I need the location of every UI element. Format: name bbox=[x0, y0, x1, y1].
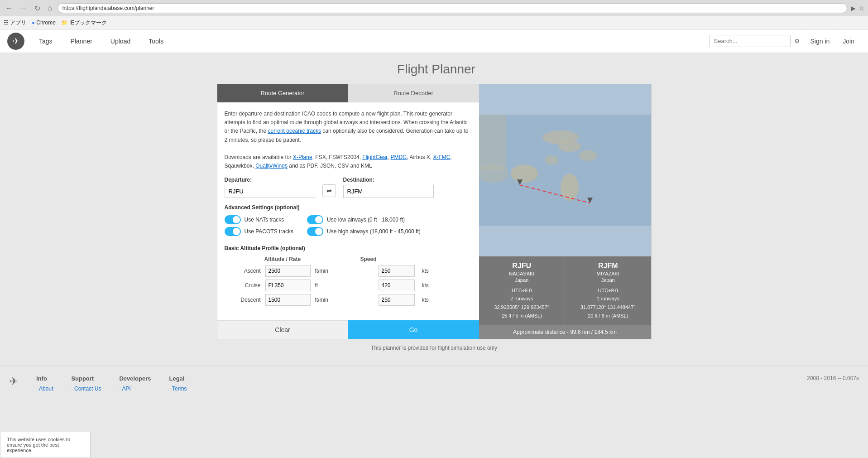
swap-button[interactable]: ⇌ bbox=[322, 184, 336, 197]
toggle-group-right: Use low airways (0 ft - 18,000 ft) Use h… bbox=[307, 215, 421, 239]
bookmarks-bar: ☷ アプリ ● Chrome 📁 IEブックマーク bbox=[0, 16, 868, 29]
svg-point-5 bbox=[561, 174, 579, 201]
destination-group: Destination: bbox=[343, 177, 434, 198]
toggle-high-airways[interactable] bbox=[307, 227, 323, 236]
footer-copyright: 2008 - 2016 -- 0.007s bbox=[807, 375, 859, 381]
departure-utc: UTC+9.0 bbox=[484, 286, 560, 295]
footer-info: Info · About bbox=[36, 375, 53, 392]
bookmark-star-icon[interactable]: ☆ bbox=[858, 5, 864, 12]
clear-button[interactable]: Clear bbox=[217, 320, 348, 339]
page-title: Flight Planner bbox=[0, 62, 868, 77]
flightgear-link[interactable]: FlightGear bbox=[362, 154, 387, 160]
footer-api-link[interactable]: · API bbox=[119, 386, 151, 392]
nav-tools[interactable]: Tools bbox=[139, 29, 173, 53]
advanced-title: Advanced Settings (optional) bbox=[225, 204, 472, 211]
toggle-pacots[interactable] bbox=[225, 227, 241, 236]
altitude-row-0: Ascent ft/min kts bbox=[225, 265, 472, 277]
bookmark-apps-label: アプリ bbox=[10, 19, 26, 27]
footer-support: Support · Contact Us bbox=[71, 375, 101, 392]
destination-input[interactable] bbox=[343, 185, 434, 198]
destination-country: Japan bbox=[571, 277, 646, 283]
alt-row-speed-1[interactable] bbox=[379, 280, 415, 291]
bookmark-ie[interactable]: 📁 IEブックマーク bbox=[61, 19, 107, 27]
browser-icon-group: ▶ ☆ bbox=[851, 5, 864, 12]
airport-info: RJFU NAGASAKI Japan UTC+9.0 2 runways 32… bbox=[479, 256, 651, 326]
footer-dev: Developers · API bbox=[119, 375, 151, 392]
home-button[interactable]: ⌂ bbox=[46, 3, 54, 13]
pmdg-link[interactable]: PMDG bbox=[390, 154, 407, 160]
advanced-settings: Advanced Settings (optional) Use NATs tr… bbox=[225, 204, 472, 239]
alt-col-header: Altitude / Rate bbox=[264, 256, 319, 262]
toggle-group-left: Use NATs tracks Use PACOTS tracks bbox=[225, 215, 293, 239]
bookmark-apps[interactable]: ☷ アプリ bbox=[4, 19, 26, 27]
tab-route-generator[interactable]: Route Generator bbox=[217, 84, 348, 102]
logo-icon: ✈ bbox=[13, 36, 19, 46]
search-input[interactable] bbox=[709, 35, 791, 47]
toggle-low-airways[interactable] bbox=[307, 215, 323, 224]
pacots-link[interactable]: PACOTS bbox=[255, 228, 277, 235]
main-content: Flight Planner Route Generator Route Dec… bbox=[0, 53, 868, 366]
oceanic-tracks-link[interactable]: current oceanic tracks bbox=[268, 128, 321, 134]
svg-point-7 bbox=[579, 150, 597, 161]
destination-elevation: 20 ft / 6 m (AMSL) bbox=[571, 312, 646, 320]
bookmark-chrome[interactable]: ● Chrome bbox=[32, 19, 56, 26]
address-bar[interactable]: https://flightplandatabase.com/planner bbox=[58, 3, 847, 13]
xplane-link[interactable]: X-Plane bbox=[293, 154, 312, 160]
footer-terms-link[interactable]: · Terms bbox=[169, 386, 187, 392]
alt-row-speed-2[interactable] bbox=[379, 294, 415, 306]
toggle-high-airways-row: Use high airways (18,000 ft - 45,000 ft) bbox=[307, 227, 421, 236]
svg-point-6 bbox=[545, 155, 558, 164]
departure-input[interactable] bbox=[225, 185, 315, 198]
back-button[interactable]: ← bbox=[4, 3, 14, 13]
settings-icon[interactable]: ⚙ bbox=[794, 38, 800, 45]
reload-button[interactable]: ↻ bbox=[33, 3, 42, 14]
bookmark-chrome-label: Chrome bbox=[36, 19, 56, 26]
footer-contact-link[interactable]: · Contact Us bbox=[71, 386, 101, 392]
browser-titlebar: ← → ↻ ⌂ https://flightplandatabase.com/p… bbox=[0, 0, 868, 16]
alt-row-value-0[interactable] bbox=[265, 265, 311, 277]
footer-about-link[interactable]: · About bbox=[36, 386, 53, 392]
distance-bar: Approximate distance - 99.6 nm / 184.5 k… bbox=[479, 325, 651, 339]
toggle-high-airways-label: Use high airways (18,000 ft - 45,000 ft) bbox=[327, 228, 421, 235]
alt-row-unit-2: ft/min bbox=[315, 297, 342, 303]
tab-bar: Route Generator Route Decoder bbox=[217, 84, 479, 102]
departure-group: Departure: bbox=[225, 177, 315, 198]
toggle-pacots-label: Use PACOTS tracks bbox=[245, 228, 293, 235]
qualitywings-link[interactable]: QualityWings bbox=[255, 163, 288, 169]
alt-row-speed-0[interactable] bbox=[379, 265, 415, 277]
map-area bbox=[479, 84, 651, 256]
forward-button[interactable]: → bbox=[18, 3, 29, 13]
alt-row-sunit-1: kts bbox=[422, 282, 429, 289]
alt-row-value-1[interactable] bbox=[265, 280, 311, 291]
footer-logo: ✈ bbox=[9, 375, 18, 388]
url-text: https://flightplandatabase.com/planner bbox=[62, 5, 842, 11]
footer-note: This planner is provided for flight simu… bbox=[0, 339, 868, 357]
alt-row-label-1: Cruise bbox=[225, 282, 261, 289]
toggle-nats[interactable] bbox=[225, 215, 241, 224]
browser-chrome: ← → ↻ ⌂ https://flightplandatabase.com/p… bbox=[0, 0, 868, 29]
airports-form-row: Departure: ⇌ Destination: bbox=[225, 177, 472, 198]
nav-upload[interactable]: Upload bbox=[101, 29, 139, 53]
description-text: Enter departure and destination ICAO cod… bbox=[225, 110, 472, 170]
sign-in-button[interactable]: Sign in bbox=[804, 29, 836, 53]
tab-route-decoder[interactable]: Route Decoder bbox=[348, 84, 479, 102]
destination-name: MIYAZAKI bbox=[571, 271, 646, 276]
xfmc-link[interactable]: X-FMC bbox=[433, 154, 450, 160]
action-buttons: Clear Go bbox=[217, 320, 479, 339]
footer-legal-title: Legal bbox=[169, 375, 187, 382]
nats-link[interactable]: NATs bbox=[255, 217, 268, 223]
altitude-section: Basic Altitude Profile (optional) Altitu… bbox=[225, 245, 472, 306]
go-button[interactable]: Go bbox=[348, 320, 479, 339]
footer-info-title: Info bbox=[36, 375, 53, 382]
destination-icao: RJFM bbox=[571, 262, 646, 270]
alt-row-value-2[interactable] bbox=[265, 294, 311, 306]
footer-dev-title: Developers bbox=[119, 375, 151, 382]
nav-tags[interactable]: Tags bbox=[30, 29, 62, 53]
nav-planner[interactable]: Planner bbox=[62, 29, 101, 53]
cast-icon: ▶ bbox=[851, 5, 856, 12]
departure-elevation: 15 ft / 5 m (AMSL) bbox=[484, 312, 560, 320]
join-button[interactable]: Join bbox=[836, 29, 861, 53]
footer-support-title: Support bbox=[71, 375, 101, 382]
chrome-icon: ● bbox=[32, 19, 35, 26]
departure-icao: RJFU bbox=[484, 262, 560, 270]
